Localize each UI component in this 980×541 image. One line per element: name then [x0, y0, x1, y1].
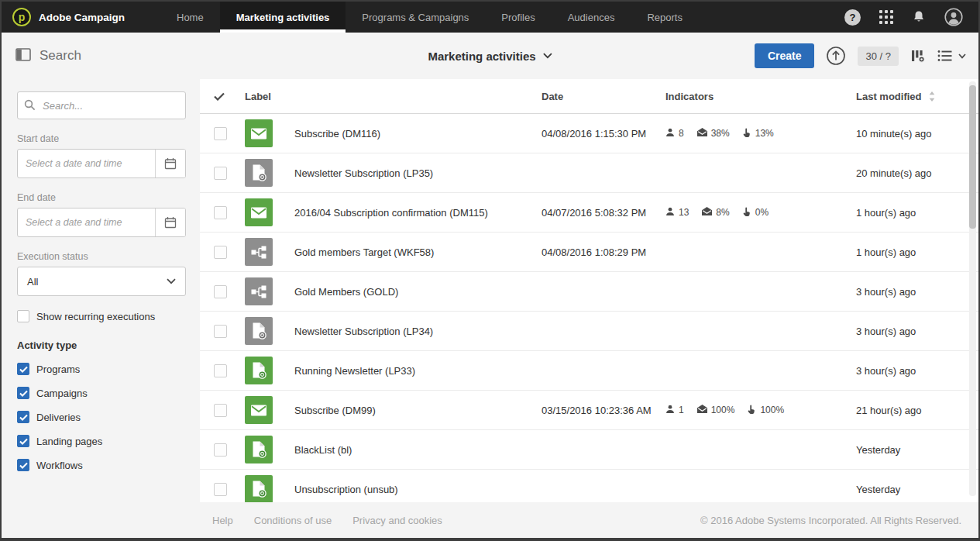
row-date: 04/08/2016 1:15:30 PM — [542, 128, 665, 140]
activity-type-programs[interactable]: Programs — [17, 363, 186, 375]
end-date-input[interactable] — [18, 208, 155, 236]
topbar-icons: ? — [844, 2, 978, 33]
table-row[interactable]: Unsubscription (unsub)Yesterday — [200, 470, 978, 502]
row-checkbox[interactable] — [214, 246, 227, 259]
table-row[interactable]: Gold Members (GOLD)3 hour(s) ago — [200, 272, 978, 312]
table-row[interactable]: Subscribe (DM99)03/15/2016 10:23:36 AM11… — [200, 391, 978, 430]
nav-item-programs-campaigns[interactable]: Programs & Campaigns — [346, 2, 485, 33]
column-header-label[interactable]: Label — [245, 91, 542, 102]
row-checkbox[interactable] — [214, 443, 227, 457]
row-checkbox[interactable] — [214, 404, 227, 417]
row-checkbox[interactable] — [214, 483, 227, 496]
scrollbar-thumb[interactable] — [969, 85, 976, 229]
calendar-icon — [164, 216, 177, 229]
checkbox-deliveries[interactable] — [17, 411, 29, 423]
activity-type-label: Programs — [36, 364, 80, 375]
recurring-checkbox[interactable] — [17, 310, 29, 322]
row-icon-cell — [245, 198, 294, 226]
activity-type-workflows[interactable]: Workflows — [17, 459, 186, 471]
select-all-check-icon[interactable] — [214, 92, 245, 101]
create-button[interactable]: Create — [755, 43, 815, 68]
filters-sidebar: Start date End date Execution status All — [2, 79, 200, 502]
activity-type-landing-pages[interactable]: Landing pages — [17, 435, 186, 447]
search-input[interactable] — [17, 91, 186, 119]
deploy-icon[interactable] — [826, 46, 846, 66]
column-header-last-modified[interactable]: Last modified — [856, 91, 972, 102]
table-row[interactable]: 2016/04 Subscription confirmation (DM115… — [200, 193, 978, 233]
sidebar-search — [17, 91, 186, 119]
start-date-input[interactable] — [18, 150, 155, 177]
execution-status-label: Execution status — [17, 251, 186, 262]
row-label: Unsubscription (unsub) — [294, 484, 542, 495]
checkbox-campaigns[interactable] — [17, 387, 29, 399]
nav-item-home[interactable]: Home — [160, 2, 220, 33]
open-rate-indicator: 38% — [697, 128, 730, 139]
chevron-down-icon — [167, 278, 176, 284]
indicator-value: 0% — [755, 207, 769, 218]
row-checkbox[interactable] — [214, 325, 227, 338]
checkbox-workflows[interactable] — [17, 459, 29, 471]
landing-page-icon — [245, 159, 273, 187]
table-row[interactable]: Subscribe (DM116)04/08/2016 1:15:30 PM83… — [200, 114, 978, 153]
checkbox-programs[interactable] — [17, 363, 29, 375]
apps-grid-icon[interactable] — [879, 10, 893, 24]
configure-columns-icon[interactable] — [910, 48, 926, 64]
table-row[interactable]: Newsletter Subscription (LP34)3 hour(s) … — [200, 312, 978, 351]
row-last-modified: 10 minute(s) ago — [856, 128, 972, 140]
click-rate-icon — [743, 207, 751, 219]
row-checkbox[interactable] — [214, 285, 227, 298]
click-rate-icon — [743, 128, 751, 140]
footer-link-privacy-and-cookies[interactable]: Privacy and cookies — [352, 515, 442, 526]
nav-item-audiences[interactable]: Audiences — [552, 2, 631, 33]
nav-item-profiles[interactable]: Profiles — [485, 2, 551, 33]
end-date-field — [17, 208, 186, 237]
row-date: 04/07/2016 5:08:32 PM — [542, 207, 665, 219]
execution-status-select[interactable]: All — [17, 267, 186, 296]
column-header-date[interactable]: Date — [542, 91, 665, 102]
help-icon[interactable]: ? — [844, 9, 861, 26]
end-date-calendar-button[interactable] — [155, 208, 185, 236]
row-checkbox[interactable] — [214, 127, 227, 140]
brand: p Adobe Campaign — [2, 2, 160, 33]
indicator-value: 38% — [711, 128, 730, 139]
indicator-value: 8% — [716, 207, 729, 218]
column-header-indicators[interactable]: Indicators — [665, 91, 856, 102]
recurring-executions-checkbox-row[interactable]: Show recurring executions — [17, 310, 186, 322]
view-selector[interactable] — [937, 50, 966, 62]
sort-icon[interactable] — [929, 91, 935, 102]
notifications-bell-icon[interactable] — [912, 10, 926, 24]
adobe-campaign-app: p Adobe Campaign HomeMarketing activitie… — [0, 0, 980, 541]
audience-indicator: 8 — [665, 128, 684, 140]
row-checkbox[interactable] — [214, 364, 227, 377]
checkbox-landing-pages[interactable] — [17, 435, 29, 447]
table-body: Subscribe (DM116)04/08/2016 1:15:30 PM83… — [200, 114, 978, 502]
indicator-value: 1 — [679, 405, 684, 415]
footer-link-help[interactable]: Help — [212, 515, 233, 526]
start-date-calendar-button[interactable] — [155, 150, 185, 177]
nav-item-reports[interactable]: Reports — [631, 2, 699, 33]
sidebar-toggle-icon[interactable] — [15, 48, 31, 64]
search-panel-header[interactable]: Search — [2, 48, 81, 64]
vertical-scrollbar[interactable] — [969, 81, 976, 496]
activity-type-deliveries[interactable]: Deliveries — [17, 411, 186, 423]
start-date-label: Start date — [17, 133, 186, 144]
recurring-label: Show recurring executions — [36, 311, 155, 322]
row-icon-cell — [245, 119, 294, 147]
activity-type-campaigns[interactable]: Campaigns — [17, 387, 186, 399]
activity-type-list: ProgramsCampaignsDeliveriesLanding pages… — [17, 363, 186, 471]
footer-link-conditions-of-use[interactable]: Conditions of use — [254, 515, 332, 526]
brand-name: Adobe Campaign — [39, 12, 125, 23]
context-selector[interactable]: Marketing activities — [428, 50, 552, 63]
table-row[interactable]: Gold members Target (WKF58)04/08/2016 1:… — [200, 233, 978, 272]
row-last-modified: 3 hour(s) ago — [856, 326, 972, 337]
row-checkbox[interactable] — [214, 206, 227, 219]
activity-type-heading: Activity type — [17, 339, 186, 351]
account-avatar-icon[interactable] — [944, 8, 963, 26]
table-row[interactable]: Newsletter Subscription (LP35)20 minute(… — [200, 153, 978, 193]
table-row[interactable]: Running Newsletter (LP33)3 hour(s) ago — [200, 351, 978, 391]
row-checkbox[interactable] — [214, 167, 227, 180]
table-row[interactable]: BlackList (bl)Yesterday — [200, 430, 978, 470]
activities-table-region: Label Date Indicators Last modified Subs… — [200, 79, 978, 502]
adobe-campaign-logo-icon[interactable]: p — [12, 8, 31, 26]
nav-item-marketing-activities[interactable]: Marketing activities — [220, 2, 346, 33]
